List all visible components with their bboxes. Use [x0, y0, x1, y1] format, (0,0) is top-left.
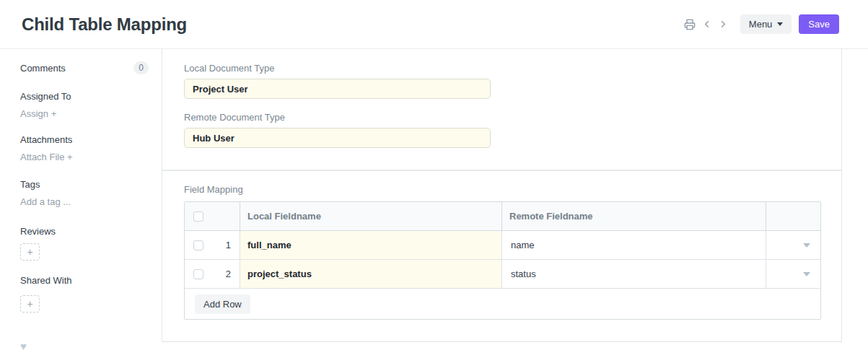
plus-icon: + — [51, 108, 57, 119]
attachments-label: Attachments — [20, 134, 149, 145]
add-row-button[interactable]: Add Row — [195, 294, 250, 314]
heart-icon[interactable]: ♥ — [20, 340, 27, 352]
grid-header-actions-cell — [766, 202, 820, 230]
remote-document-type-field: Remote Document Type Hub User — [184, 112, 820, 148]
attach-file-action[interactable]: Attach File + — [20, 152, 149, 162]
local-document-type-label: Local Document Type — [184, 63, 820, 74]
assign-action-label: Assign — [20, 108, 48, 119]
sidebar-item-comments[interactable]: Comments 0 — [20, 61, 149, 74]
plus-icon: + — [67, 152, 73, 162]
grid-header-row: Local Fieldname Remote Fieldname — [185, 202, 820, 231]
save-button[interactable]: Save — [799, 14, 839, 34]
assigned-to-label: Assigned To — [20, 91, 149, 102]
page-title: Child Table Mapping — [22, 14, 187, 35]
caret-down-icon — [777, 22, 783, 26]
page-header: Child Table Mapping Menu Save — [0, 0, 868, 49]
form-sidebar: Comments 0 Assigned To Assign + Attachme… — [0, 49, 162, 313]
row-checkbox[interactable] — [193, 269, 203, 279]
reviews-label: Reviews — [20, 226, 149, 237]
tags-label: Tags — [20, 179, 149, 190]
printer-icon — [684, 19, 696, 30]
document-type-section: Local Document Type Project User Remote … — [162, 49, 841, 170]
form-body: Local Document Type Project User Remote … — [162, 49, 842, 342]
shared-with-label: Shared With — [20, 275, 149, 286]
chevron-right-icon — [718, 19, 729, 30]
grid-header-check-cell — [185, 202, 240, 230]
local-fieldname-cell[interactable]: full_name — [240, 231, 502, 259]
print-button[interactable] — [683, 17, 697, 32]
remote-document-type-input[interactable]: Hub User — [184, 128, 491, 148]
row-options-button[interactable] — [766, 231, 820, 259]
row-checkbox[interactable] — [193, 240, 203, 250]
dropdown-caret-icon — [803, 272, 810, 276]
page-body: Comments 0 Assigned To Assign + Attachme… — [0, 49, 868, 342]
remote-fieldname-cell[interactable]: name — [502, 231, 766, 259]
comments-label: Comments — [20, 63, 66, 74]
plus-icon: + — [27, 299, 32, 309]
table-row: 2 project_status status — [185, 260, 820, 289]
column-header-remote-fieldname: Remote Fieldname — [502, 202, 766, 230]
add-tag-input[interactable]: Add a tag ... — [20, 196, 149, 207]
chevron-left-icon — [701, 19, 712, 30]
row-check-cell: 2 — [185, 260, 240, 288]
add-share-button[interactable]: + — [20, 295, 40, 313]
grid-footer: Add Row — [185, 289, 820, 319]
prev-document-button[interactable] — [700, 17, 714, 31]
attach-file-action-label: Attach File — [20, 152, 64, 162]
field-mapping-section: Field Mapping Local Fieldname Remote Fie… — [162, 171, 841, 341]
field-mapping-label: Field Mapping — [184, 184, 820, 195]
plus-icon: + — [27, 247, 32, 257]
table-row: 1 full_name name — [185, 231, 820, 260]
remote-fieldname-cell[interactable]: status — [502, 260, 766, 288]
header-actions: Menu Save — [683, 14, 839, 34]
menu-button-label: Menu — [749, 19, 773, 30]
assign-action[interactable]: Assign + — [20, 108, 149, 119]
field-mapping-grid: Local Fieldname Remote Fieldname 1 full_… — [184, 201, 821, 320]
menu-button[interactable]: Menu — [740, 14, 792, 34]
row-check-cell: 1 — [185, 231, 240, 259]
select-all-checkbox[interactable] — [193, 211, 203, 222]
local-fieldname-cell[interactable]: project_status — [240, 260, 502, 288]
remote-document-type-label: Remote Document Type — [184, 112, 820, 123]
add-review-button[interactable]: + — [20, 243, 40, 261]
local-document-type-field: Local Document Type Project User — [184, 63, 820, 99]
comments-count-badge: 0 — [133, 61, 149, 74]
row-options-button[interactable] — [766, 260, 820, 288]
next-document-button[interactable] — [716, 17, 730, 31]
row-index: 2 — [226, 268, 231, 279]
row-index: 1 — [226, 240, 231, 250]
dropdown-caret-icon — [803, 243, 810, 248]
local-document-type-input[interactable]: Project User — [184, 79, 491, 99]
column-header-local-fieldname: Local Fieldname — [240, 202, 502, 230]
